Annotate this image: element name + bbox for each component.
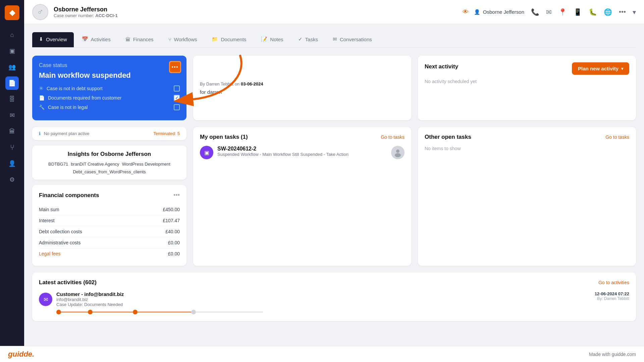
sidebar-item-users[interactable]: 👥 [5,60,19,74]
case-status-card: Case status Main workflow suspended ✳ Ca… [32,56,186,120]
other-tasks-title: Other open tasks [425,134,471,140]
my-tasks-title: My open tasks (1) [200,134,248,140]
activity-type-icon: ✉ [44,296,48,303]
case-number: Case owner number: ACC-DCI-1 [54,13,454,18]
financial-title: Financial components [39,192,99,199]
left-column: ℹ No payment plan active Terminated: 5 I… [32,127,186,266]
avatar-icon: ♂ [37,7,44,17]
case-status-item-1: ✳ Case is not in debt support [39,85,180,92]
timeline-line-1 [61,312,88,312]
tab-workflows[interactable]: ⑂ Workflows [162,32,204,47]
fin-row-admin-costs: Administrative costs £0.00 [39,237,180,248]
guidde-logo: guidde. [8,350,34,359]
conversations-tab-icon: ✉ [333,36,337,42]
tasks-tab-icon: ✓ [298,36,303,42]
case-status-value: Main workflow suspended [39,71,180,80]
more-icon[interactable]: ••• [619,8,626,16]
finances-tab-icon: 🏛 [125,37,130,42]
go-to-tasks-link[interactable]: Go to tasks [381,134,405,140]
sidebar-item-database[interactable]: 🗄 [5,93,19,106]
globe-icon[interactable]: 🌐 [604,8,612,16]
sidebar-item-group[interactable]: 👤 [5,157,19,170]
logo-icon: ◆ [9,8,15,17]
location-icon[interactable]: 📍 [558,8,567,16]
documents-icon: 📄 [8,79,16,87]
plan-new-activity-button[interactable]: Plan new activity ▾ [572,62,629,75]
fin-row-legal-fees: Legal fees £0.00 [39,248,180,259]
financial-more-icon[interactable]: ••• [173,192,180,199]
tab-notes[interactable]: 📝 Notes [254,32,290,47]
timeline-dot-2 [88,310,93,314]
sidebar-item-mail[interactable]: ✉ [5,109,19,122]
no-items-text: No items to show [425,146,629,151]
sidebar-item-bank[interactable]: 🏛 [5,125,19,138]
case-status-more-button[interactable]: ••• [169,61,181,73]
sidebar-logo[interactable]: ◆ [5,5,19,20]
email-icon[interactable]: ✉ [546,8,552,16]
fin-row-main-sum: Main sum £450.00 [39,204,180,215]
activity-item: ✉ Customer - info@brandit.biz info@brand… [39,291,629,314]
tab-tasks[interactable]: ✓ Tasks [291,32,325,47]
my-open-tasks-card: My open tasks (1) Go to tasks ▣ SW-20240… [193,127,411,266]
latest-activities-card: Latest activities (602) Go to activities… [32,273,636,321]
settings-icon: ⚙ [9,176,15,183]
eye-icon[interactable]: 👁 [463,8,469,15]
update-card: By Darren Tebbitt on 03-06-2024 for darr… [193,56,411,120]
notes-tab-icon: 📝 [261,36,267,42]
tab-conversations[interactable]: ✉ Conversations [326,32,379,47]
timeline-line-3 [138,312,191,312]
task-type-icon: ▣ [204,149,209,156]
tab-overview[interactable]: ⬇ Overview [32,32,74,47]
activities-tab-icon: 📅 [82,36,88,42]
top-header: ♂ Osborne Jefferson Case owner number: A… [24,0,644,24]
debt-support-checkbox[interactable] [174,85,180,92]
mobile-icon[interactable]: 📱 [574,8,582,16]
dropdown-chevron-icon[interactable]: ▾ [633,8,636,16]
timeline-dot-3 [133,310,138,314]
svg-point-2 [395,153,401,157]
cases-icon: ▣ [9,47,15,55]
terminated-link[interactable]: Terminated: 5 [153,131,180,136]
tab-bar: ⬇ Overview 📅 Activities 🏛 Finances ⑂ Wor… [32,32,636,48]
header-user: 👤 Osborne Jefferson [474,9,524,15]
insights-tags: BDTBG71 branDiT Creative Agency WordPres… [39,162,180,174]
tab-activities[interactable]: 📅 Activities [75,32,117,47]
update-for: for darren [200,89,405,95]
sidebar-item-documents[interactable]: 📄 [5,76,19,90]
group-icon: 👤 [8,160,16,167]
header-info: Osborne Jefferson Case owner number: ACC… [54,6,454,18]
sidebar-item-cases[interactable]: ▣ [5,44,19,58]
more-dots-icon: ••• [172,64,179,70]
bug-icon[interactable]: 🐛 [589,8,597,16]
home-icon: ⌂ [10,32,14,39]
info-icon: ℹ [39,131,41,136]
sidebar-item-branch[interactable]: ⑂ [5,141,19,154]
documents-required-checkbox[interactable] [174,95,180,101]
documents-tab-icon: 📁 [212,36,218,42]
other-go-to-tasks-link[interactable]: Go to tasks [605,134,629,140]
sidebar-item-settings[interactable]: ⚙ [5,173,19,186]
task-code: SW-20240612-2 [217,146,387,152]
activity-timeline [56,310,591,314]
sidebar-item-home[interactable]: ⌂ [5,28,19,42]
other-open-tasks-card: Other open tasks Go to tasks No items to… [418,127,636,266]
next-activity-header: Next activity Plan new activity ▾ [425,62,629,75]
payment-info: ℹ No payment plan active [39,131,89,136]
activity-email: info@brandit.biz [56,297,591,302]
plan-btn-chevron-icon: ▾ [621,66,623,71]
tab-finances[interactable]: 🏛 Finances [119,32,160,47]
timeline-dot-4 [191,310,196,314]
not-in-legal-checkbox[interactable] [174,104,180,110]
insights-title: Insights for Osborne Jefferson [39,151,180,158]
activity-info: Customer - info@brandit.biz info@brandit… [56,291,591,314]
bottom-bar: guidde. Made with guidde.com [0,346,644,362]
header-actions: 👤 Osborne Jefferson 📞 ✉ 📍 📱 🐛 🌐 ••• ▾ [474,8,636,16]
activity-icon: ✉ [39,293,52,306]
users-icon: 👥 [8,63,16,71]
go-to-activities-link[interactable]: Go to activities [598,280,629,285]
other-tasks-header: Other open tasks Go to tasks [425,134,629,140]
guidde-tagline: Made with guidde.com [589,352,636,357]
financial-header: Financial components ••• [39,192,180,199]
tab-documents[interactable]: 📁 Documents [205,32,253,47]
phone-icon[interactable]: 📞 [531,8,539,16]
